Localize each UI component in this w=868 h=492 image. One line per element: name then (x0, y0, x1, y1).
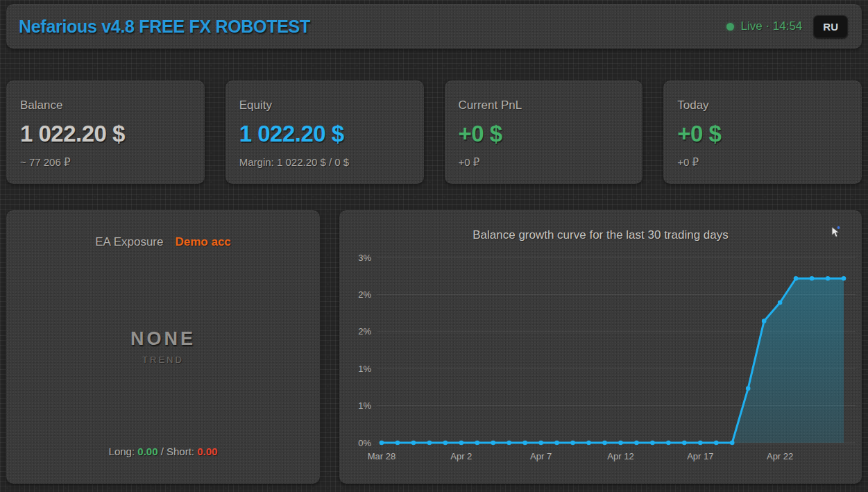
exposure-title: EA Exposure (95, 235, 163, 249)
svg-text:Apr 2: Apr 2 (450, 451, 472, 461)
svg-text:Apr 12: Apr 12 (607, 451, 633, 461)
live-status: Live · 14:54 (726, 19, 802, 33)
live-dot-icon (726, 23, 734, 31)
chart-wrap: 0%1%1%2%2%3%Mar 28Apr 2Apr 7Apr 12Apr 17… (339, 245, 862, 481)
exposure-footer: Long: 0.00 / Short: 0.00 (6, 446, 320, 457)
svg-text:2%: 2% (358, 326, 371, 337)
cursor-pointer-icon[interactable] (830, 226, 841, 241)
current-pnl-value: +0 $ (459, 121, 629, 147)
long-label: Long: (109, 446, 135, 457)
svg-text:Mar 28: Mar 28 (368, 451, 395, 461)
dashboard-page: Nefarious v4.8 FREE FX ROBOTEST Live · 1… (0, 0, 868, 484)
ea-exposure-panel: EA Exposure Demo acc NONE TREND Long: 0.… (6, 210, 320, 484)
main-row: EA Exposure Demo acc NONE TREND Long: 0.… (6, 210, 862, 484)
svg-text:1%: 1% (358, 400, 371, 411)
svg-text:Apr 22: Apr 22 (767, 451, 793, 461)
language-button[interactable]: RU (813, 15, 848, 38)
today-value: +0 $ (677, 121, 848, 147)
live-label: Live · 14:54 (740, 19, 802, 33)
card-label: Today (677, 99, 848, 112)
page-title: Nefarious v4.8 FREE FX ROBOTEST (19, 17, 310, 37)
account-type-link[interactable]: Demo acc (175, 235, 230, 249)
exposure-state-sub: TREND (6, 355, 320, 365)
svg-text:3%: 3% (358, 253, 371, 263)
card-label: Balance (20, 99, 191, 112)
card-label: Equity (239, 99, 410, 112)
exposure-header: EA Exposure Demo acc (6, 210, 320, 249)
exposure-state: NONE (6, 328, 320, 350)
svg-text:Apr 17: Apr 17 (687, 451, 713, 461)
svg-text:0%: 0% (358, 438, 371, 448)
current-pnl-sub: +0 ₽ (459, 156, 629, 169)
balance-growth-chart[interactable]: 0%1%1%2%2%3%Mar 28Apr 2Apr 7Apr 12Apr 17… (339, 245, 860, 478)
long-value: 0.00 (137, 446, 158, 457)
equity-value: 1 022.20 $ (239, 121, 410, 147)
card-label: Current PnL (459, 99, 629, 112)
balance-card: Balance 1 022.20 $ ~ 77 206 ₽ (6, 80, 205, 184)
header-bar: Nefarious v4.8 FREE FX ROBOTEST Live · 1… (6, 4, 862, 49)
balance-value: 1 022.20 $ (20, 121, 191, 147)
chart-title: Balance growth curve for the last 30 tra… (339, 228, 862, 242)
today-card: Today +0 $ +0 ₽ (663, 80, 862, 184)
balance-growth-panel: Balance growth curve for the last 30 tra… (339, 210, 862, 484)
long-short-separator: / (161, 446, 164, 457)
svg-text:1%: 1% (358, 364, 371, 374)
short-label: Short: (167, 446, 194, 457)
current-pnl-card: Current PnL +0 $ +0 ₽ (445, 80, 643, 184)
equity-sub: Margin: 1 022.20 $ / 0 $ (239, 156, 410, 168)
svg-text:Apr 7: Apr 7 (530, 451, 552, 461)
exposure-state-block: NONE TREND (6, 328, 320, 365)
short-value: 0.00 (197, 446, 217, 457)
today-sub: +0 ₽ (677, 156, 848, 169)
balance-sub: ~ 77 206 ₽ (20, 156, 191, 169)
equity-card: Equity 1 022.20 $ Margin: 1 022.20 $ / 0… (225, 80, 424, 184)
stat-cards-row: Balance 1 022.20 $ ~ 77 206 ₽ Equity 1 0… (6, 80, 862, 184)
svg-text:2%: 2% (358, 289, 371, 300)
header-right: Live · 14:54 RU (726, 15, 848, 38)
